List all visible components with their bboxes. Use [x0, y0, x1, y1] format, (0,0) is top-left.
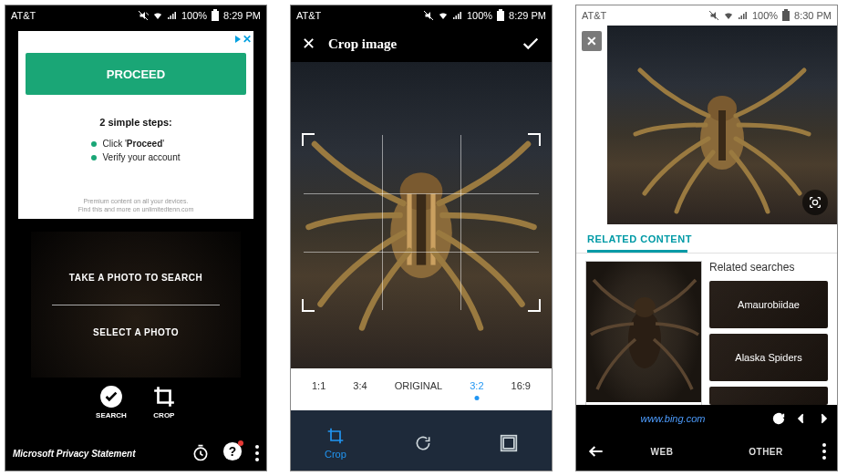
- help-button[interactable]: ?: [222, 441, 243, 465]
- crop-header: ✕ Crop image: [291, 26, 552, 62]
- bottom-bar: Microsoft Privacy Statement ?: [5, 436, 266, 471]
- browser-url-bar: www.bing.com: [576, 405, 837, 432]
- result-image-area: ✕: [576, 26, 837, 224]
- svg-point-23: [812, 200, 817, 204]
- carrier-label: AT&T: [582, 10, 606, 21]
- mute-icon: [138, 10, 149, 21]
- wifi-icon: [723, 10, 734, 21]
- status-bar: AT&T 100% 8:29 PM: [291, 5, 552, 26]
- photo-panel: TAKE A PHOTO TO SEARCH SELECT A PHOTO: [31, 232, 241, 378]
- url-text[interactable]: www.bing.com: [584, 413, 762, 424]
- battery-icon: [496, 9, 505, 22]
- battery-pct: 100%: [181, 10, 207, 21]
- forward-icon[interactable]: [817, 412, 830, 425]
- rotate-icon: [414, 434, 432, 452]
- timer-icon[interactable]: [191, 444, 210, 462]
- select-photo-button[interactable]: SELECT A PHOTO: [93, 327, 179, 337]
- signal-icon: [452, 10, 463, 21]
- svg-rect-19: [784, 9, 788, 11]
- panel-divider: [52, 305, 220, 305]
- rotate-tool[interactable]: [414, 434, 432, 452]
- wifi-icon: [438, 10, 449, 21]
- check-circle-icon: [99, 385, 123, 409]
- ad-close[interactable]: ✕: [235, 33, 252, 46]
- related-searches-title: Related searches: [709, 261, 828, 274]
- crop-tool[interactable]: Crop: [325, 427, 346, 460]
- crop-handle-tr[interactable]: [528, 133, 541, 146]
- battery-icon: [211, 9, 220, 22]
- crop-action[interactable]: CROP: [152, 385, 176, 419]
- close-button[interactable]: ✕: [582, 31, 602, 51]
- svg-rect-9: [499, 9, 502, 11]
- signal-icon: [738, 10, 749, 21]
- ratio-1-1[interactable]: 1:1: [312, 380, 326, 398]
- mute-icon: [708, 10, 719, 21]
- svg-rect-2: [213, 9, 217, 11]
- carrier-label: AT&T: [11, 10, 36, 21]
- overflow-menu[interactable]: [822, 443, 826, 460]
- lens-icon: [808, 195, 822, 210]
- crop-toolbar: Crop: [291, 410, 552, 471]
- expand-icon: [500, 434, 518, 452]
- clock: 8:30 PM: [794, 10, 832, 21]
- ratio-3-2[interactable]: 3:2: [470, 380, 483, 398]
- ratio-original[interactable]: ORIGINAL: [395, 380, 443, 398]
- visual-search-button[interactable]: [802, 190, 828, 215]
- other-tab[interactable]: OTHER: [718, 447, 813, 457]
- related-image-card[interactable]: Spiders of North Carolina: [585, 261, 702, 405]
- related-content-tab[interactable]: RELATED CONTENT: [576, 224, 837, 250]
- battery-icon: [781, 9, 790, 22]
- related-chip-3[interactable]: [709, 387, 828, 405]
- result-image[interactable]: [607, 26, 837, 224]
- proceed-button[interactable]: PROCEED: [26, 53, 246, 95]
- signal-icon: [167, 10, 178, 21]
- crop-frame[interactable]: [304, 135, 539, 310]
- related-searches-col: Related searches Amaurobiidae Alaska Spi…: [709, 261, 828, 405]
- ratio-16-9[interactable]: 16:9: [512, 380, 531, 398]
- clock: 8:29 PM: [509, 10, 546, 21]
- svg-rect-8: [497, 11, 504, 21]
- take-photo-button[interactable]: TAKE A PHOTO TO SEARCH: [69, 273, 202, 283]
- related-grid: Spiders of North Carolina Related search…: [576, 254, 837, 405]
- bullet-icon: [91, 155, 97, 160]
- crop-icon: [326, 427, 345, 445]
- ad-fineprint: Premium content on all your devices. Fin…: [78, 198, 193, 213]
- overflow-menu[interactable]: [255, 445, 259, 461]
- status-right: 100% 8:29 PM: [138, 9, 261, 22]
- wifi-icon: [152, 10, 163, 21]
- crop-handle-bl[interactable]: [302, 299, 315, 312]
- steps-title: 2 simple steps:: [99, 117, 171, 128]
- ratio-3-4[interactable]: 3:4: [353, 380, 367, 398]
- step-1: Click 'Proceed': [91, 139, 180, 149]
- image-preview[interactable]: [291, 62, 552, 368]
- expand-tool[interactable]: [500, 434, 518, 452]
- related-chip-2[interactable]: Alaska Spiders: [709, 334, 828, 381]
- web-tab[interactable]: WEB: [615, 447, 709, 457]
- carrier-label: AT&T: [296, 10, 321, 21]
- step-2: Verify your account: [91, 152, 180, 162]
- steps-list: Click 'Proceed' Verify your account: [91, 139, 180, 166]
- crop-handle-tl[interactable]: [302, 133, 315, 146]
- screenshot-3: AT&T 100% 8:30 PM ✕: [575, 5, 838, 471]
- battery-pct: 100%: [467, 10, 492, 21]
- refresh-icon[interactable]: [771, 411, 786, 426]
- back-icon[interactable]: [795, 412, 808, 425]
- svg-text:?: ?: [229, 445, 236, 459]
- action-icons: SEARCH CROP: [5, 385, 266, 419]
- bullet-icon: [91, 141, 97, 147]
- related-chip-1[interactable]: Amaurobiidae: [709, 281, 828, 328]
- privacy-link[interactable]: Microsoft Privacy Statement: [13, 449, 136, 459]
- card-caption: Spiders of North Carolina: [586, 402, 701, 405]
- svg-rect-1: [212, 11, 219, 21]
- confirm-check-icon[interactable]: [521, 34, 541, 54]
- back-arrow-icon[interactable]: [587, 442, 605, 460]
- search-action[interactable]: SEARCH: [96, 385, 127, 419]
- crop-handle-br[interactable]: [528, 299, 541, 312]
- notification-dot: [238, 440, 243, 446]
- spider-image: [617, 34, 827, 216]
- step-2-text: Verify your account: [102, 152, 180, 162]
- aspect-ratio-row: 1:1 3:4 ORIGINAL 3:2 16:9: [291, 368, 552, 410]
- search-label: SEARCH: [96, 411, 127, 419]
- close-button[interactable]: ✕: [302, 34, 315, 54]
- crop-tool-label: Crop: [325, 449, 346, 460]
